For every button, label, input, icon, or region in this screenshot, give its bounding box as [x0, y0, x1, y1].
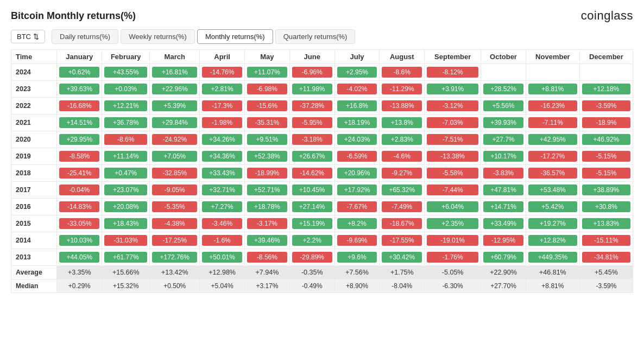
- value-cell: -6.96%: [289, 64, 334, 81]
- value-cell: -29.89%: [289, 249, 334, 266]
- value-cell: +11.07%: [245, 64, 290, 81]
- value-cell: +60.79%: [481, 249, 526, 266]
- value-cell: -1.76%: [425, 249, 481, 266]
- value-cell: +27.14%: [289, 199, 334, 215]
- value-cell: +7.05%: [150, 148, 200, 165]
- col-header-january: January: [57, 50, 102, 64]
- year-cell: 2020: [11, 131, 57, 148]
- value-cell: -0.04%: [57, 182, 102, 199]
- col-header-december: December: [579, 50, 633, 64]
- median-cell: +8.90%: [334, 279, 380, 293]
- value-cell: -16.23%: [526, 98, 579, 114]
- value-cell: [526, 64, 579, 81]
- value-cell: +43.55%: [102, 64, 150, 81]
- value-cell: +5.39%: [150, 98, 200, 114]
- value-cell: +18.78%: [245, 199, 290, 215]
- value-cell: +3.91%: [425, 81, 481, 98]
- table-row: 2017-0.04%+23.07%-9.05%+32.71%+52.71%+10…: [11, 182, 633, 199]
- value-cell: +38.89%: [579, 182, 633, 199]
- value-cell: -3.83%: [481, 165, 526, 182]
- ticker-select[interactable]: BTC ⇅: [11, 30, 45, 43]
- median-label: Median: [11, 279, 57, 293]
- value-cell: -18.9%: [579, 114, 633, 131]
- median-cell: +5.04%: [200, 279, 245, 293]
- value-cell: -36.57%: [526, 165, 579, 182]
- value-cell: +23.07%: [102, 182, 150, 199]
- value-cell: -19.01%: [425, 232, 481, 249]
- median-cell: -6.30%: [425, 279, 481, 293]
- year-cell: 2018: [11, 165, 57, 182]
- returns-table: TimeJanuaryFebruaryMarchAprilMayJuneJuly…: [11, 49, 633, 293]
- chevron-icon: ⇅: [33, 33, 39, 41]
- tab-0[interactable]: Daily returns(%): [52, 29, 118, 44]
- median-cell: +0.50%: [150, 279, 200, 293]
- value-cell: -5.15%: [579, 148, 633, 165]
- table-row: 2015-33.05%+18.43%-4.38%-3.46%-3.17%+15.…: [11, 215, 633, 232]
- value-cell: -3.17%: [245, 215, 290, 232]
- page-title: Bitcoin Monthly returns(%): [11, 10, 136, 22]
- value-cell: -3.46%: [200, 215, 245, 232]
- value-cell: -5.58%: [425, 165, 481, 182]
- value-cell: -6.59%: [334, 148, 380, 165]
- value-cell: +18.43%: [102, 215, 150, 232]
- value-cell: +34.36%: [200, 148, 245, 165]
- value-cell: -6.98%: [245, 81, 290, 98]
- average-cell: +3.35%: [57, 266, 102, 279]
- value-cell: +33.43%: [200, 165, 245, 182]
- value-cell: +17.92%: [334, 182, 380, 199]
- value-cell: -7.67%: [334, 199, 380, 215]
- average-cell: +13.42%: [150, 266, 200, 279]
- value-cell: -24.92%: [150, 131, 200, 148]
- average-cell: -0.35%: [289, 266, 334, 279]
- value-cell: -4.6%: [380, 148, 425, 165]
- tab-3[interactable]: Quarterly returns(%): [275, 29, 356, 44]
- year-cell: 2024: [11, 64, 57, 81]
- value-cell: -7.03%: [425, 114, 481, 131]
- tab-1[interactable]: Weekly returns(%): [121, 29, 195, 44]
- value-cell: +24.03%: [334, 131, 380, 148]
- year-cell: 2019: [11, 148, 57, 165]
- table-row: 2023+39.63%+0.03%+22.96%+2.81%-6.98%+11.…: [11, 81, 633, 98]
- table-row: 2016-14.83%+20.08%-5.35%+7.27%+18.78%+27…: [11, 199, 633, 215]
- value-cell: +65.32%: [380, 182, 425, 199]
- value-cell: +8.2%: [334, 215, 380, 232]
- tab-2[interactable]: Monthly returns(%): [197, 29, 273, 44]
- average-cell: +22.90%: [481, 266, 526, 279]
- value-cell: +22.96%: [150, 81, 200, 98]
- value-cell: +9.51%: [245, 131, 290, 148]
- average-cell: +12.98%: [200, 266, 245, 279]
- value-cell: -7.49%: [380, 199, 425, 215]
- value-cell: -17.25%: [150, 232, 200, 249]
- value-cell: +449.35%: [526, 249, 579, 266]
- col-header-september: September: [425, 50, 481, 64]
- value-cell: +6.04%: [425, 199, 481, 215]
- year-cell: 2021: [11, 114, 57, 131]
- value-cell: +29.84%: [150, 114, 200, 131]
- value-cell: -8.12%: [425, 64, 481, 81]
- value-cell: -11.29%: [380, 81, 425, 98]
- value-cell: -5.15%: [579, 165, 633, 182]
- value-cell: -14.76%: [200, 64, 245, 81]
- col-header-august: August: [380, 50, 425, 64]
- value-cell: -25.41%: [57, 165, 102, 182]
- year-cell: 2014: [11, 232, 57, 249]
- value-cell: -1.6%: [200, 232, 245, 249]
- year-cell: 2015: [11, 215, 57, 232]
- value-cell: -18.67%: [380, 215, 425, 232]
- value-cell: +172.76%: [150, 249, 200, 266]
- col-header-february: February: [102, 50, 150, 64]
- value-cell: +14.71%: [481, 199, 526, 215]
- value-cell: +39.46%: [245, 232, 290, 249]
- col-header-april: April: [200, 50, 245, 64]
- value-cell: +10.17%: [481, 148, 526, 165]
- col-header-march: March: [150, 50, 200, 64]
- value-cell: +19.27%: [526, 215, 579, 232]
- value-cell: +12.18%: [579, 81, 633, 98]
- value-cell: +27.7%: [481, 131, 526, 148]
- table-row: 2020+29.95%-8.6%-24.92%+34.26%+9.51%-3.1…: [11, 131, 633, 148]
- average-cell: +5.45%: [579, 266, 633, 279]
- table-row: 2014+10.03%-31.03%-17.25%-1.6%+39.46%+2.…: [11, 232, 633, 249]
- year-cell: 2017: [11, 182, 57, 199]
- value-cell: +34.26%: [200, 131, 245, 148]
- average-cell: -5.05%: [425, 266, 481, 279]
